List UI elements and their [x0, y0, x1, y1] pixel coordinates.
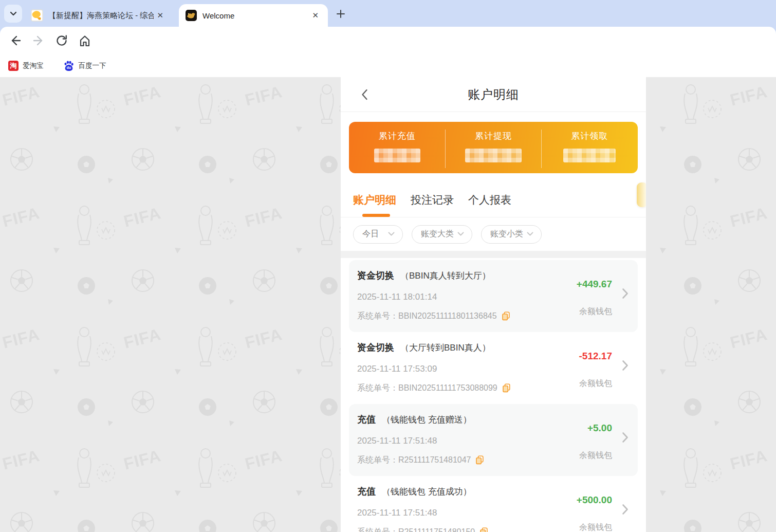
- taobao-icon: 淘: [8, 61, 19, 71]
- transaction-datetime: 2025-11-11 17:53:09: [357, 364, 553, 374]
- masked-value: [374, 149, 420, 162]
- tab-search-button[interactable]: [4, 5, 22, 23]
- svg-text:du: du: [66, 66, 70, 69]
- transaction-amount-block: -512.17余额钱包: [553, 341, 631, 404]
- filter-category-dropdown[interactable]: 账变大类: [412, 225, 472, 244]
- chevron-down-icon: [457, 232, 464, 236]
- divider: [445, 130, 446, 168]
- tab-account-detail[interactable]: 账户明细: [353, 187, 396, 217]
- summary-label: 累计提现: [445, 131, 541, 142]
- chevron-left-icon: [361, 88, 368, 101]
- transaction-amount: +500.00: [553, 493, 612, 507]
- wallet-label: 余额钱包: [553, 522, 612, 532]
- transaction-item[interactable]: 充值（钱能钱包 充值赠送）2025-11-11 17:51:48系统单号：R25…: [349, 404, 638, 476]
- tab-bet-records[interactable]: 投注记录: [411, 187, 454, 217]
- page-title: 账户明细: [468, 86, 519, 103]
- forward-icon[interactable]: [31, 33, 46, 48]
- transaction-type: 充值: [357, 485, 376, 498]
- filter-subcategory-dropdown[interactable]: 账变小类: [481, 225, 542, 244]
- chevron-right-icon: [622, 288, 629, 299]
- bookmark-label: 百度一下: [79, 61, 106, 70]
- bookmark-baidu[interactable]: du 百度一下: [63, 60, 106, 71]
- back-icon[interactable]: [8, 33, 23, 48]
- order-label: 系统单号：R2511111751480150: [357, 527, 475, 532]
- summary-label: 累计领取: [542, 131, 638, 142]
- transaction-datetime: 2025-11-11 17:51:48: [357, 436, 553, 446]
- transaction-type: 充值: [357, 413, 376, 426]
- transaction-chevron[interactable]: [622, 432, 629, 445]
- transaction-datetime: 2025-11-11 18:01:14: [357, 292, 553, 302]
- reload-icon[interactable]: [54, 33, 69, 48]
- home-icon[interactable]: [78, 33, 92, 48]
- transaction-type: 资金切换: [357, 341, 394, 354]
- chevron-right-icon: [622, 360, 629, 371]
- transaction-info: 资金切换（BBIN真人转到大厅）2025-11-11 18:01:14系统单号：…: [357, 269, 553, 332]
- page-content: FIFA: [0, 77, 776, 532]
- browser-tab-forum[interactable]: 【新提醒】海燕策略论坛 - 综合 ✕: [25, 4, 173, 27]
- transaction-chevron[interactable]: [622, 504, 629, 517]
- transaction-amount: +5.00: [553, 421, 612, 435]
- tab-personal-report[interactable]: 个人报表: [468, 187, 511, 217]
- summary-total-deposit: 累计充值: [349, 122, 445, 173]
- welcome-favicon-icon: [185, 9, 197, 22]
- transaction-datetime: 2025-11-11 17:51:48: [357, 508, 553, 518]
- back-button[interactable]: [356, 86, 373, 103]
- tab-close-icon[interactable]: ✕: [154, 10, 167, 21]
- plus-icon: [336, 9, 346, 19]
- chevron-down-icon: [9, 11, 17, 17]
- transaction-amount: +449.67: [553, 278, 612, 291]
- transaction-item[interactable]: 充值（钱能钱包 充值成功）2025-11-11 17:51:48系统单号：R25…: [349, 476, 638, 532]
- new-tab-button[interactable]: [333, 6, 348, 22]
- transaction-subtitle: （大厅转到BBIN真人）: [400, 342, 491, 354]
- wallet-label: 余额钱包: [553, 450, 612, 461]
- section-separator: [341, 251, 646, 258]
- browser-toolbar: 175616.cc/reports/index: [0, 27, 776, 54]
- masked-value: [465, 149, 522, 162]
- chevron-right-icon: [622, 432, 629, 443]
- bookmarks-bar: 淘 爱淘宝 du 百度一下: [0, 54, 776, 77]
- panel-header: 账户明细: [341, 77, 646, 112]
- baidu-paw-icon: du: [63, 60, 75, 71]
- browser-window: 【新提醒】海燕策略论坛 - 综合 ✕ Welcome ✕: [0, 0, 776, 532]
- transaction-type: 资金切换: [357, 269, 394, 282]
- account-panel: 账户明细 累计充值 累计提现 累计领取: [341, 77, 646, 532]
- summary-card: 累计充值 累计提现 累计领取: [349, 122, 638, 173]
- copy-icon[interactable]: [502, 383, 511, 393]
- order-label: 系统单号：R251111751481047: [357, 455, 471, 465]
- bookmark-label: 爱淘宝: [23, 61, 44, 70]
- masked-value: [563, 149, 616, 162]
- transaction-subtitle: （钱能钱包 充值成功）: [382, 486, 472, 498]
- chevron-down-icon: [388, 232, 395, 236]
- active-tab-underline: [362, 214, 390, 217]
- transaction-amount-block: +500.00余额钱包: [553, 485, 631, 532]
- report-tabs: 账户明细 投注记录 个人报表: [341, 187, 646, 217]
- transaction-amount: -512.17: [553, 350, 612, 363]
- copy-icon[interactable]: [475, 455, 484, 465]
- bookmark-taobao[interactable]: 淘 爱淘宝: [8, 61, 44, 71]
- tab-close-icon[interactable]: ✕: [309, 10, 322, 21]
- browser-tab-welcome[interactable]: Welcome ✕: [179, 4, 328, 27]
- transaction-info: 充值（钱能钱包 充值赠送）2025-11-11 17:51:48系统单号：R25…: [357, 413, 553, 476]
- order-label: 系统单号：BBIN202511111801136845: [357, 311, 497, 321]
- transaction-info: 充值（钱能钱包 充值成功）2025-11-11 17:51:48系统单号：R25…: [357, 485, 553, 532]
- filter-date-dropdown[interactable]: 今日: [353, 225, 403, 244]
- copy-icon[interactable]: [502, 311, 510, 321]
- transaction-chevron[interactable]: [622, 360, 629, 373]
- transaction-amount-block: +449.67余额钱包: [553, 269, 631, 332]
- filter-row: 今日 账变大类 账变小类: [341, 217, 646, 251]
- wallet-label: 余额钱包: [553, 306, 612, 317]
- transaction-chevron[interactable]: [622, 288, 629, 301]
- chevron-right-icon: [622, 504, 629, 515]
- transaction-item[interactable]: 资金切换（BBIN真人转到大厅）2025-11-11 18:01:14系统单号：…: [349, 260, 638, 332]
- copy-icon[interactable]: [479, 527, 488, 532]
- transaction-subtitle: （钱能钱包 充值赠送）: [382, 414, 472, 426]
- wallet-label: 余额钱包: [553, 378, 612, 389]
- chevron-down-icon: [527, 232, 533, 236]
- summary-total-claimed: 累计领取: [542, 122, 638, 173]
- transaction-info: 资金切换（大厅转到BBIN真人）2025-11-11 17:53:09系统单号：…: [357, 341, 553, 404]
- transaction-amount-block: +5.00余额钱包: [553, 413, 631, 476]
- transaction-subtitle: （BBIN真人转到大厅）: [400, 270, 491, 282]
- transaction-item[interactable]: 资金切换（大厅转到BBIN真人）2025-11-11 17:53:09系统单号：…: [349, 332, 638, 404]
- order-label: 系统单号：BBIN202511111753088099: [357, 383, 497, 393]
- summary-section: 累计充值 累计提现 累计领取: [341, 112, 646, 173]
